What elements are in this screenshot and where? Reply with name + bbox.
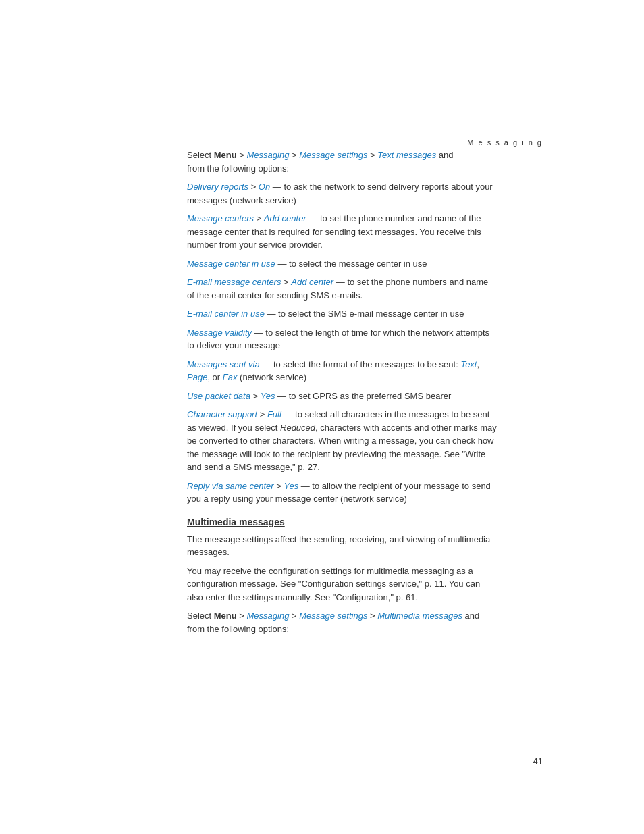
item-rest: — to select the SMS e-mail message cente… <box>265 309 464 319</box>
page-number: 41 <box>533 756 543 766</box>
item-link2: Add center <box>264 213 306 224</box>
list-item: Message center in use — to select the me… <box>187 257 498 271</box>
mm-menu-bold: Menu <box>214 610 237 621</box>
item-link1: Use packet data <box>187 391 250 401</box>
intro-arrow3: > <box>367 150 377 160</box>
intro-select-text: Select <box>187 150 214 160</box>
item-text-link: Text <box>460 359 477 369</box>
item-link2: Yes <box>261 391 275 401</box>
mm-arrow2: > <box>289 610 299 621</box>
item-link1: Reply via same center <box>187 481 274 491</box>
mm-arrow1: > <box>237 610 247 621</box>
intro-msgsettings-link: Message settings <box>299 150 367 160</box>
item-link1: Message center in use <box>187 259 275 269</box>
list-item: Reply via same center > Yes — to allow t… <box>187 479 498 506</box>
list-item: Character support > Full — to select all… <box>187 408 498 474</box>
list-item: Message centers > Add center — to set th… <box>187 212 498 252</box>
item-page-link: Page <box>187 372 207 382</box>
list-item: Use packet data > Yes — to set GPRS as t… <box>187 390 498 403</box>
intro-textmessages-link: Text messages <box>377 150 436 160</box>
item-link2: Add center <box>291 277 333 287</box>
multimedia-select-line: Select Menu > Messaging > Message settin… <box>187 609 498 635</box>
item-link2: Full <box>267 409 281 419</box>
intro-select-line: Select Menu > Messaging > Message settin… <box>187 149 498 175</box>
section-header: M e s s a g i n g <box>467 138 543 147</box>
item-link1: Message centers <box>187 213 254 224</box>
item-sep: > <box>257 409 267 419</box>
mm-arrow3: > <box>367 610 377 621</box>
item-link1: E-mail center in use <box>187 309 265 319</box>
item-link1: Messages sent via <box>187 359 260 369</box>
mm-messaging-link: Messaging <box>247 610 290 621</box>
item-link1: Message validity <box>187 328 252 338</box>
item-sep: > <box>250 391 261 401</box>
intro-arrow2: > <box>289 150 299 160</box>
list-item: Delivery reports > On — to ask the netwo… <box>187 180 498 207</box>
mm-select-text: Select <box>187 610 214 621</box>
list-item: Message validity — to select the length … <box>187 326 498 353</box>
item-link1: Delivery reports <box>187 182 248 192</box>
mm-multimedia-link: Multimedia messages <box>377 610 462 621</box>
item-sep: > <box>248 182 259 192</box>
multimedia-para2: You may receive the configuration settin… <box>187 565 498 604</box>
item-fax-link: Fax <box>223 372 238 382</box>
item-link1: Character support <box>187 409 257 419</box>
page: M e s s a g i n g Select Menu > Messagin… <box>0 0 644 834</box>
item-link1: E-mail message centers <box>187 277 281 287</box>
intro-messaging-link: Messaging <box>247 150 290 160</box>
item-sep: > <box>254 213 264 224</box>
item-rest: — to select the message center in use <box>275 259 427 269</box>
list-item: E-mail center in use — to select the SMS… <box>187 307 498 321</box>
item-rest: — to set GPRS as the preferred SMS beare… <box>275 391 451 401</box>
list-item: E-mail message centers > Add center — to… <box>187 276 498 302</box>
item-sep: > <box>274 481 284 491</box>
item-link2: Yes <box>284 481 298 491</box>
item-sep: > <box>281 277 291 287</box>
item-link2: On <box>259 182 270 192</box>
intro-arrow1: > <box>237 150 247 160</box>
intro-menu-bold: Menu <box>214 150 237 160</box>
multimedia-section-heading: Multimedia messages <box>187 517 498 527</box>
mm-msgsettings-link: Message settings <box>299 610 367 621</box>
multimedia-para1: The message settings affect the sending,… <box>187 533 498 559</box>
content-area: Select Menu > Messaging > Message settin… <box>187 149 498 834</box>
list-item: Messages sent via — to select the format… <box>187 358 498 384</box>
